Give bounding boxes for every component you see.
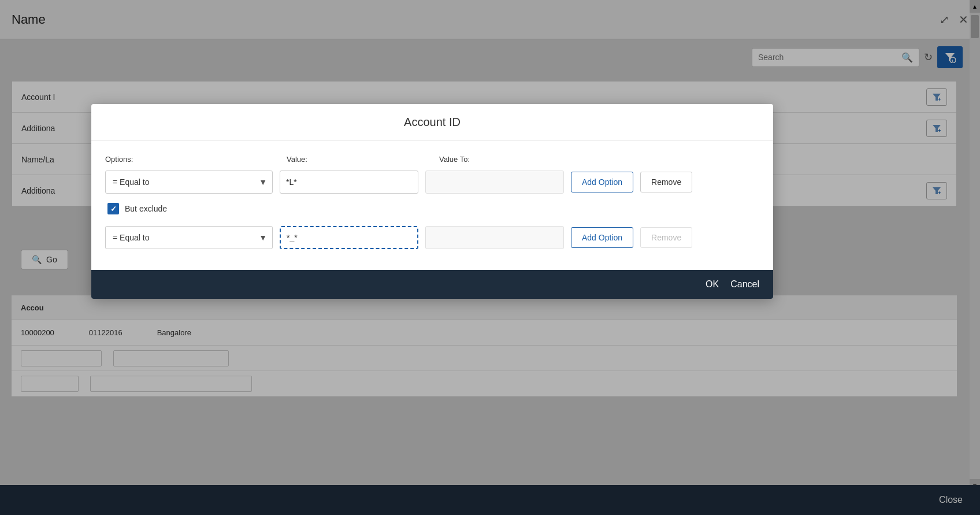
- add-option-button-1[interactable]: Add Option: [571, 172, 633, 192]
- modal-header: Account ID: [91, 104, 773, 141]
- column-headers: Options: Value: Value To:: [105, 155, 759, 164]
- value-to-header: Value To:: [439, 155, 578, 164]
- value-header: Value:: [287, 155, 425, 164]
- but-exclude-row: But exclude: [105, 203, 759, 214]
- filter-row-1: = Equal to < Less than > Greater than Co…: [105, 171, 759, 194]
- modal-footer: OK Cancel: [91, 270, 773, 299]
- but-exclude-label: But exclude: [125, 204, 167, 213]
- modal-body: Options: Value: Value To: = Equal to < L…: [91, 141, 773, 270]
- add-option-button-2[interactable]: Add Option: [571, 227, 633, 248]
- filter-select-wrap-1: = Equal to < Less than > Greater than Co…: [105, 171, 273, 194]
- filter-select-wrap-2: = Equal to < Less than > Greater than Co…: [105, 226, 273, 249]
- filter-select-1[interactable]: = Equal to < Less than > Greater than Co…: [105, 171, 273, 194]
- modal-title: Account ID: [404, 116, 461, 128]
- modal-overlay: Account ID Options: Value: Value To: = E…: [0, 0, 980, 515]
- cancel-button[interactable]: Cancel: [730, 279, 759, 290]
- remove-button-1[interactable]: Remove: [640, 172, 692, 192]
- remove-button-2: Remove: [640, 227, 692, 248]
- options-header: Options:: [105, 155, 273, 164]
- modal-dialog: Account ID Options: Value: Value To: = E…: [91, 104, 773, 299]
- filter-row-2: = Equal to < Less than > Greater than Co…: [105, 226, 759, 249]
- but-exclude-checkbox[interactable]: [107, 203, 119, 214]
- ok-button[interactable]: OK: [706, 279, 719, 290]
- filter-value-to-input-1[interactable]: [425, 171, 564, 194]
- filter-value-input-2[interactable]: [280, 226, 418, 249]
- filter-value-input-1[interactable]: [280, 171, 418, 194]
- filter-select-2[interactable]: = Equal to < Less than > Greater than Co…: [105, 226, 273, 249]
- filter-value-to-input-2[interactable]: [425, 226, 564, 249]
